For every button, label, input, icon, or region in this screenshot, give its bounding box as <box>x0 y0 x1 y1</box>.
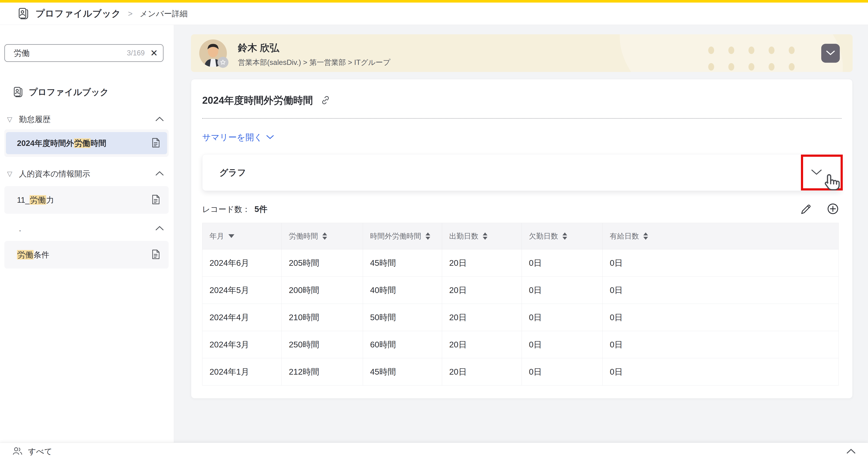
profile-book-icon <box>12 86 24 98</box>
cell-paid-leave-days: 0日 <box>603 304 839 331</box>
cell-work-hours: 205時間 <box>282 250 363 276</box>
document-icon <box>151 194 160 206</box>
graph-accordion-panel[interactable]: グラフ <box>202 154 841 191</box>
open-summary-link[interactable]: サマリーを開く <box>202 132 274 143</box>
cell-overtime-hours: 50時間 <box>363 304 442 331</box>
search-input[interactable] <box>14 49 127 58</box>
col-header-attendance-days[interactable]: 出勤日数 <box>442 223 522 250</box>
record-count-label: レコード数： <box>202 204 250 215</box>
filter-all-label[interactable]: すべて <box>28 446 52 457</box>
sort-icon <box>643 232 648 240</box>
search-highlight: 労働 <box>30 195 46 205</box>
cell-absence-days: 0日 <box>522 250 603 276</box>
sidebar-book-title: プロファイルブック <box>29 86 109 98</box>
attendance-table: 年月 労働時間 時間外労働時間 出勤日数 欠勤日数 有給日数 2024年6月 2… <box>202 223 839 386</box>
cell-attendance-days: 20日 <box>442 331 522 358</box>
cell-overtime-hours: 45時間 <box>363 358 442 386</box>
sidebar-group-attendance[interactable]: ▽ 勤怠履歴 <box>7 110 164 128</box>
annotation-red-box <box>801 155 843 191</box>
cell-paid-leave-days: 0日 <box>603 331 839 358</box>
sort-icon <box>426 232 430 240</box>
banner-collapse-button[interactable] <box>821 44 840 63</box>
group-marker: ▽ <box>7 170 15 178</box>
graph-panel-label: グラフ <box>203 167 246 178</box>
avatar-star-badge <box>217 57 228 68</box>
chevron-up-icon[interactable] <box>155 171 164 177</box>
chevron-down-icon <box>826 50 835 56</box>
chevron-up-icon[interactable] <box>846 448 856 455</box>
main-content: 鈴木 欣弘 営業本部(salesDiv.) > 第一営業部 > ITグループ 2… <box>174 25 868 442</box>
col-header-overtime-hours[interactable]: 時間外労働時間 <box>363 223 442 250</box>
add-record-icon[interactable] <box>827 203 839 216</box>
search-highlight: 労働 <box>74 138 91 148</box>
sort-desc-icon <box>228 234 235 238</box>
group-label: 勤怠履歴 <box>19 114 155 125</box>
breadcrumb-current: メンバー詳細 <box>140 8 188 19</box>
sidebar-group-human-capital[interactable]: ▽ 人的資本の情報開示 <box>7 165 164 183</box>
cell-paid-leave-days: 0日 <box>603 358 839 386</box>
section-title: 2024年度時間外労働時間 <box>202 94 313 107</box>
users-icon <box>12 447 23 456</box>
col-header-month[interactable]: 年月 <box>203 223 282 250</box>
member-name: 鈴木 欣弘 <box>238 41 279 55</box>
group-marker: ▽ <box>7 116 15 123</box>
col-header-paid-leave-days[interactable]: 有給日数 <box>603 223 839 250</box>
member-banner: 鈴木 欣弘 営業本部(salesDiv.) > 第一営業部 > ITグループ <box>191 34 852 72</box>
cell-work-hours: 200時間 <box>282 276 363 304</box>
chevron-up-icon[interactable] <box>155 116 164 122</box>
sidebar-item-selected[interactable]: 2024年度時間外労働時間 <box>6 132 167 154</box>
app-header: プロファイルブック > メンバー詳細 <box>0 3 868 25</box>
cell-overtime-hours: 45時間 <box>363 250 442 276</box>
sidebar-item-labor-force[interactable]: 11_労働力 <box>4 186 169 214</box>
cell-month: 2024年3月 <box>203 331 282 358</box>
table-row[interactable]: 2024年6月 205時間 45時間 20日 0日 0日 <box>203 250 839 276</box>
cell-overtime-hours: 40時間 <box>363 276 442 304</box>
document-icon <box>151 249 160 260</box>
search-highlight: 労働 <box>17 250 34 260</box>
cell-absence-days: 0日 <box>522 304 603 331</box>
search-match-counter: 3/169 <box>127 49 145 57</box>
table-row[interactable]: 2024年5月 200時間 40時間 20日 0日 0日 <box>203 276 839 304</box>
avatar[interactable] <box>199 39 227 67</box>
table-row[interactable]: 2024年3月 250時間 60時間 20日 0日 0日 <box>203 331 839 358</box>
sort-icon <box>483 232 488 240</box>
col-header-absence-days[interactable]: 欠勤日数 <box>522 223 603 250</box>
table-row[interactable]: 2024年1月 212時間 45時間 20日 0日 0日 <box>203 358 839 386</box>
top-accent-bar <box>0 0 868 3</box>
sidebar-item-overtime-2024[interactable]: 2024年度時間外労働時間 <box>4 129 169 157</box>
search-box[interactable]: 3/169 ✕ <box>4 44 163 62</box>
cell-absence-days: 0日 <box>522 358 603 386</box>
cell-absence-days: 0日 <box>522 276 603 304</box>
sidebar-item-label: 11_労働力 <box>17 195 151 205</box>
records-row: レコード数： 5件 <box>202 203 841 216</box>
chevron-up-icon[interactable] <box>155 226 164 231</box>
group-label: . <box>19 224 155 233</box>
edit-pencil-icon[interactable] <box>800 203 811 215</box>
cell-attendance-days: 20日 <box>442 250 522 276</box>
sidebar-group-dot[interactable]: . <box>7 220 164 237</box>
dotted-divider <box>202 118 841 119</box>
table-row[interactable]: 2024年4月 210時間 50時間 20日 0日 0日 <box>203 304 839 331</box>
profile-book-icon <box>18 7 30 20</box>
sort-icon <box>562 232 567 240</box>
table-header-row: 年月 労働時間 時間外労働時間 出勤日数 欠勤日数 有給日数 <box>203 223 839 250</box>
cell-paid-leave-days: 0日 <box>603 276 839 304</box>
search-clear-icon[interactable]: ✕ <box>150 48 158 58</box>
cell-paid-leave-days: 0日 <box>603 250 839 276</box>
cell-attendance-days: 20日 <box>442 358 522 386</box>
sidebar-book-header[interactable]: プロファイルブック <box>12 86 174 98</box>
cell-work-hours: 212時間 <box>282 358 363 386</box>
link-icon[interactable] <box>321 95 330 106</box>
open-summary-label: サマリーを開く <box>202 132 262 143</box>
sidebar-item-labor-conditions[interactable]: 労働条件 <box>4 241 169 268</box>
hand-pointer-cursor-icon <box>820 172 840 193</box>
col-header-work-hours[interactable]: 労働時間 <box>282 223 363 250</box>
sidebar-item-label: 労働条件 <box>17 250 151 260</box>
banner-dots-decoration <box>708 46 795 71</box>
app-title[interactable]: プロファイルブック <box>35 7 121 20</box>
cell-absence-days: 0日 <box>522 331 603 358</box>
breadcrumb-separator: > <box>128 9 132 18</box>
cell-work-hours: 250時間 <box>282 331 363 358</box>
sort-icon <box>322 232 327 240</box>
record-count-value: 5件 <box>254 204 267 215</box>
